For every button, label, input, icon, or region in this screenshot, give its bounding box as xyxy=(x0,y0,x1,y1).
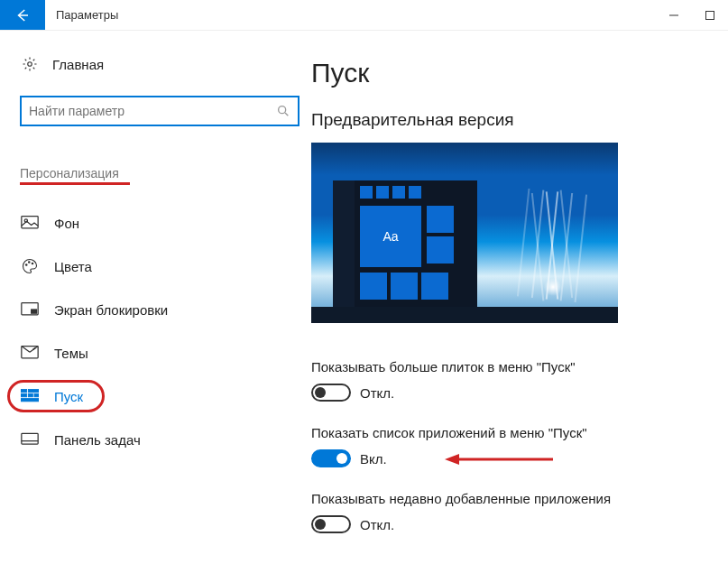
minimize-button[interactable] xyxy=(656,0,692,30)
taskbar-icon xyxy=(20,431,40,448)
sidebar-item-themes[interactable]: Темы xyxy=(20,331,291,374)
svg-rect-1 xyxy=(706,11,714,19)
svg-point-2 xyxy=(28,62,32,67)
preview-taskbar xyxy=(311,307,618,323)
annotation-circle xyxy=(7,380,105,412)
sidebar-item-label: Фон xyxy=(54,216,79,231)
sidebar-item-lockscreen[interactable]: Экран блокировки xyxy=(20,288,291,331)
annotation-arrow xyxy=(445,451,553,471)
setting-recent-apps: Показывать недавно добавленные приложени… xyxy=(311,491,710,533)
sidebar-item-label: Экран блокировки xyxy=(54,302,168,318)
window-controls xyxy=(656,0,728,30)
setting-app-list: Показать список приложений в меню "Пуск"… xyxy=(311,425,710,467)
toggle-more-tiles[interactable] xyxy=(311,384,351,402)
svg-point-7 xyxy=(26,264,28,266)
annotation-underline xyxy=(20,182,130,185)
back-button[interactable] xyxy=(0,0,45,30)
category-header: Персонализация xyxy=(20,166,291,180)
page-heading: Пуск xyxy=(311,58,710,88)
home-label: Главная xyxy=(52,57,104,72)
svg-point-9 xyxy=(32,263,33,264)
maximize-icon xyxy=(705,10,715,21)
toggle-recent-apps[interactable] xyxy=(311,515,351,533)
svg-point-3 xyxy=(279,106,286,114)
maximize-button[interactable] xyxy=(692,0,728,30)
setting-more-tiles: Показывать больше плиток в меню "Пуск" О… xyxy=(311,359,710,402)
minimize-icon xyxy=(668,10,679,21)
sidebar-item-start[interactable]: Пуск xyxy=(20,374,291,418)
preview-subheading: Предварительная версия xyxy=(311,110,710,130)
sidebar-item-colors[interactable]: Цвета xyxy=(20,245,291,288)
gear-icon xyxy=(20,56,40,72)
lockscreen-icon xyxy=(20,301,40,318)
window-title: Параметры xyxy=(45,0,129,30)
setting-label: Показывать больше плиток в меню "Пуск" xyxy=(311,359,710,374)
sidebar-item-background[interactable]: Фон xyxy=(20,201,291,245)
sidebar: Главная Персонализация Фон Цвета Экран б… xyxy=(0,31,311,564)
svg-rect-11 xyxy=(32,310,37,313)
picture-icon xyxy=(20,215,40,231)
setting-label: Показать список приложений в меню "Пуск" xyxy=(311,425,710,440)
search-icon xyxy=(276,104,290,118)
toggle-state-text: Вкл. xyxy=(360,451,387,467)
start-preview: Aa xyxy=(311,143,618,323)
home-row[interactable]: Главная xyxy=(20,56,291,72)
content-area: Главная Персонализация Фон Цвета Экран б… xyxy=(0,31,728,564)
sidebar-item-taskbar[interactable]: Панель задач xyxy=(20,418,291,461)
svg-rect-19 xyxy=(22,433,38,444)
sidebar-item-label: Панель задач xyxy=(54,432,141,448)
sidebar-item-label: Темы xyxy=(54,346,88,361)
main-panel: Пуск Предварительная версия Aa xyxy=(311,31,728,564)
toggle-app-list[interactable] xyxy=(311,449,351,467)
preview-tile-aa: Aa xyxy=(360,206,421,267)
themes-icon xyxy=(20,345,40,361)
titlebar: Параметры xyxy=(0,0,728,31)
sidebar-item-label: Цвета xyxy=(54,259,92,274)
toggle-state-text: Откл. xyxy=(360,385,394,401)
svg-point-8 xyxy=(29,262,31,264)
toggle-state-text: Откл. xyxy=(360,517,394,532)
preview-start-menu: Aa xyxy=(333,180,477,307)
svg-line-4 xyxy=(285,113,288,116)
setting-label: Показывать недавно добавленные приложени… xyxy=(311,491,710,506)
svg-marker-22 xyxy=(445,454,459,465)
palette-icon xyxy=(20,258,40,274)
search-input-container[interactable] xyxy=(20,96,299,126)
search-input[interactable] xyxy=(29,104,276,118)
svg-rect-5 xyxy=(22,217,38,228)
arrow-left-icon xyxy=(14,7,31,23)
